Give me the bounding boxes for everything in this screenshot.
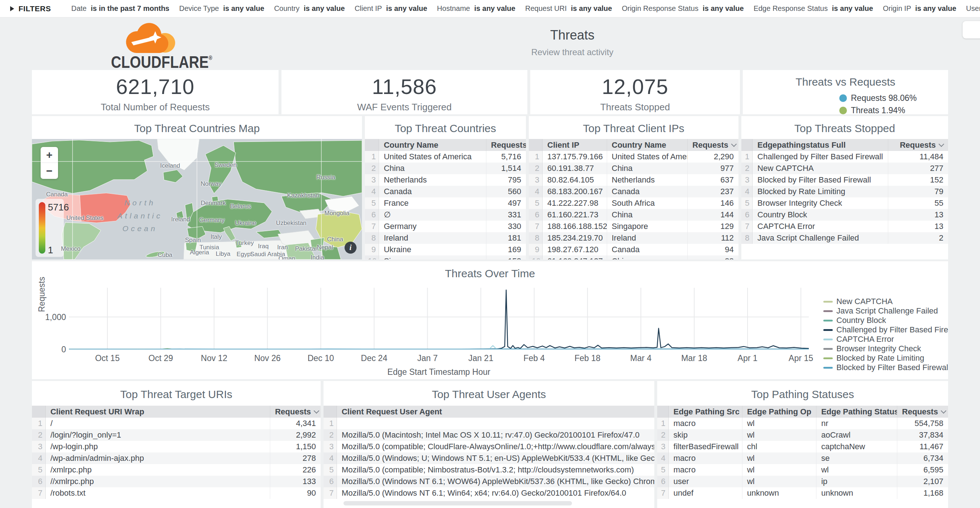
table-row[interactable]: 7188.166.188.152Singapore129 (529, 221, 738, 232)
cell[interactable]: Mozilla/5.0 (Windows; U; Windows NT 5.1;… (337, 452, 654, 464)
cell[interactable]: Mozilla/5.0 (Macintosh; Intel Mac OS X 1… (337, 429, 654, 441)
cell[interactable]: Browser Integrity Check (752, 197, 888, 209)
cell[interactable]: 13 (888, 221, 948, 232)
filter-item[interactable]: Device Type is any value (179, 4, 264, 13)
table-row[interactable]: 7CAPTCHA Error13 (741, 221, 948, 232)
cell[interactable]: 560 (486, 186, 526, 197)
cell[interactable]: 198.27.67.120 (542, 244, 607, 255)
cell[interactable]: 2,290 (688, 151, 738, 162)
horizontal-scrollbar[interactable] (344, 501, 572, 505)
cell[interactable]: 144 (688, 209, 738, 221)
zoom-in-button[interactable]: + (41, 147, 58, 163)
cell[interactable]: United States of America (607, 151, 688, 162)
cell[interactable]: 637 (688, 174, 738, 186)
cell[interactable]: 146 (688, 197, 738, 209)
table-row[interactable]: 1137.175.79.166United States of America2… (529, 151, 738, 162)
cell[interactable]: Ukraine (379, 244, 486, 255)
table-row[interactable]: 6//xmlrpc.php133 (32, 476, 321, 487)
table-row[interactable]: 1macrowlnr554,758 (657, 418, 948, 429)
cell[interactable]: 169 (486, 244, 526, 255)
cell[interactable]: United States of America (379, 151, 486, 162)
cell[interactable]: Mozilla/5.0 (compatible; Nimbostratus-Bo… (337, 464, 654, 476)
cell[interactable]: China (379, 162, 486, 174)
table-row[interactable]: 4Canada560 (365, 186, 526, 197)
cell[interactable]: 137.175.79.166 (542, 151, 607, 162)
cell[interactable]: 795 (486, 174, 526, 186)
chart-legend-item[interactable]: Browser Integrity Check (823, 344, 948, 354)
table-row[interactable]: 4/wp-admin/admin-ajax.php278 (32, 452, 321, 464)
table-row[interactable]: 2/login/?login_only=12,992 (32, 429, 321, 441)
column-header[interactable]: Client IP (542, 139, 607, 151)
zoom-out-button[interactable]: − (41, 163, 58, 179)
cell[interactable]: 2,107 (897, 476, 948, 487)
table-row[interactable]: 5Browser Integrity Check55 (741, 197, 948, 209)
cell[interactable]: Blocked by Filter Based Firewall (752, 174, 888, 186)
table-row[interactable]: 3Mozilla/5.0 (compatible; CloudFlare-Alw… (323, 441, 654, 452)
chart-legend-item[interactable]: New CAPTCHA (823, 297, 948, 306)
cell[interactable] (337, 418, 654, 429)
table-row[interactable]: 8185.234.219.70Ireland112 (529, 232, 738, 244)
cell[interactable]: Canada (379, 186, 486, 197)
column-header[interactable]: Requests (897, 406, 948, 418)
legend-item[interactable]: Threats 1.94% (839, 105, 948, 114)
cell[interactable]: 61.160.221.73 (542, 209, 607, 221)
table-row[interactable]: 1061.160.247.127China88 (529, 255, 738, 260)
cell[interactable]: Mozilla/5.0 (compatible; CloudFlare-Alwa… (337, 441, 654, 452)
cell[interactable]: skip (668, 429, 742, 441)
table-row[interactable]: 1/4,341 (32, 418, 321, 429)
cell[interactable]: 37,834 (897, 429, 948, 441)
cell[interactable]: Singapore (607, 221, 688, 232)
cell[interactable]: 133 (270, 476, 321, 487)
cell[interactable]: Germany (379, 221, 486, 232)
cell[interactable]: 41.222.227.98 (542, 197, 607, 209)
table-row[interactable]: 380.82.64.105Netherlands637 (529, 174, 738, 186)
table-row[interactable]: 7Germany330 (365, 221, 526, 232)
filters-toggle[interactable]: FILTERS (10, 4, 51, 13)
cell[interactable]: 2 (888, 232, 948, 244)
cell[interactable]: ip (816, 476, 897, 487)
cell[interactable]: macro (668, 452, 742, 464)
cell[interactable]: aoCrawl (816, 429, 897, 441)
cell[interactable]: 79 (888, 186, 948, 197)
column-header[interactable]: Edge Pathing Src (668, 406, 742, 418)
cell[interactable]: /login/?login_only=1 (45, 429, 270, 441)
cell[interactable]: 68.183.200.167 (542, 186, 607, 197)
chart-legend-item[interactable]: Country Block (823, 316, 948, 325)
table-row[interactable]: 7Mozilla/5.0 (Windows NT 6.1; Win64; x64… (323, 487, 654, 499)
cell[interactable]: 129 (688, 221, 738, 232)
table-row[interactable]: 4Mozilla/5.0 (Windows; U; Windows NT 5.1… (323, 452, 654, 464)
cell[interactable]: 1,168 (897, 487, 948, 499)
cell[interactable]: China (607, 209, 688, 221)
table-row[interactable]: 260.191.38.77China977 (529, 162, 738, 174)
column-header[interactable]: Edge Pathing Status (816, 406, 897, 418)
cell[interactable]: wl (816, 464, 897, 476)
cell[interactable]: 554,758 (897, 418, 948, 429)
cell[interactable]: /robots.txt (45, 487, 270, 499)
column-header[interactable]: Requests (486, 139, 526, 151)
table-row[interactable]: 468.183.200.167Canada237 (529, 186, 738, 197)
cell[interactable]: 1,150 (270, 441, 321, 452)
table-row[interactable]: 6userwlip2,107 (657, 476, 948, 487)
cell[interactable]: Canada (607, 186, 688, 197)
table-row[interactable]: 6Country Block13 (741, 209, 948, 221)
filter-item[interactable]: Request URI is any value (525, 4, 612, 13)
table-row[interactable]: 4Blocked by Rate Limiting79 (741, 186, 948, 197)
cell[interactable]: Netherlands (607, 174, 688, 186)
cell[interactable]: wl (742, 429, 816, 441)
cell[interactable]: 6,595 (897, 464, 948, 476)
cell[interactable]: filterBasedFirewall (668, 441, 742, 452)
filter-item[interactable]: User Agent is any value (966, 4, 980, 13)
corner-button[interactable] (963, 21, 980, 38)
cell[interactable]: 4,341 (270, 418, 321, 429)
table-row[interactable]: 1Challenged by Filter Based Firewall11,4… (741, 151, 948, 162)
cell[interactable]: Java Script Challenge Failed (752, 232, 888, 244)
cell[interactable]: 11,467 (897, 441, 948, 452)
cell[interactable]: 61.160.247.127 (542, 255, 607, 260)
cell[interactable]: 94 (688, 244, 738, 255)
cell[interactable]: 188.166.188.152 (542, 221, 607, 232)
cell[interactable]: wl (742, 452, 816, 464)
table-row[interactable]: 2Mozilla/5.0 (Macintosh; Intel Mac OS X … (323, 429, 654, 441)
table-row[interactable]: 5France497 (365, 197, 526, 209)
table-row[interactable]: 6Mozilla/5.0 (Windows NT 6.1; WOW64) App… (323, 476, 654, 487)
cell[interactable]: captchaNew (816, 441, 897, 452)
